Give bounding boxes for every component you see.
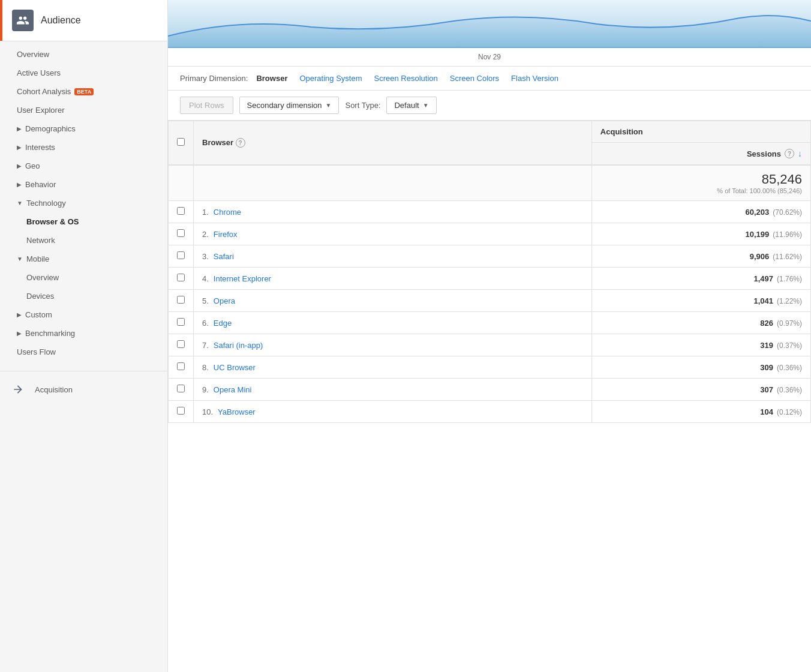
row-browser-cell: 4.Internet Explorer (194, 268, 592, 290)
sidebar-item-demographics[interactable]: ▶ Demographics (0, 119, 167, 138)
sessions-value: 319 (760, 341, 773, 350)
sidebar-nav: Overview Active Users Cohort Analysis BE… (0, 41, 167, 365)
browser-link[interactable]: Chrome (214, 208, 241, 217)
sidebar-header: Audience (0, 0, 167, 41)
row-checkbox[interactable] (177, 385, 185, 392)
beta-badge: BETA (74, 88, 94, 95)
row-checkbox[interactable] (177, 251, 185, 259)
toolbar: Plot Rows Secondary dimension ▼ Sort Typ… (168, 91, 811, 121)
sidebar-item-behavior[interactable]: ▶ Behavior (0, 175, 167, 194)
technology-arrow-icon: ▼ (17, 200, 23, 206)
sort-default-caret-icon: ▼ (423, 102, 429, 109)
sidebar-item-benchmarking[interactable]: ▶ Benchmarking (0, 324, 167, 343)
row-number: 3. (202, 252, 209, 261)
row-checkbox[interactable] (177, 296, 185, 304)
row-browser-cell: 8.UC Browser (194, 356, 592, 379)
benchmarking-arrow-icon: ▶ (17, 330, 22, 337)
browser-link[interactable]: UC Browser (214, 363, 256, 372)
sidebar-item-users-flow-label: Users Flow (17, 347, 56, 356)
row-checkbox-cell (169, 379, 194, 401)
row-checkbox[interactable] (177, 362, 185, 370)
row-sessions-cell: 307(0.36%) (591, 379, 810, 401)
sort-type-label: Sort Type: (345, 101, 380, 110)
sidebar-bottom: Acquisition (0, 371, 167, 401)
row-checkbox-cell (169, 312, 194, 334)
browser-link[interactable]: Edge (214, 319, 232, 328)
table-row: 5.Opera1,041(1.22%) (169, 290, 811, 312)
sort-arrow-icon[interactable]: ↓ (798, 149, 802, 158)
browser-link[interactable]: YaBrowser (218, 407, 256, 416)
secondary-dimension-dropdown[interactable]: Secondary dimension ▼ (239, 97, 340, 114)
sessions-value: 1,041 (753, 296, 773, 305)
row-sessions-cell: 1,497(1.76%) (591, 268, 810, 290)
sessions-pct: (0.36%) (777, 364, 802, 372)
secondary-dimension-caret-icon: ▼ (326, 102, 332, 109)
row-checkbox[interactable] (177, 318, 185, 326)
row-checkbox-cell (169, 245, 194, 268)
sessions-header: Sessions ? ↓ (591, 143, 810, 166)
sidebar-item-interests[interactable]: ▶ Interests (0, 138, 167, 157)
sidebar-item-overview[interactable]: Overview (0, 45, 167, 64)
table-row: 8.UC Browser309(0.36%) (169, 356, 811, 379)
table-row: 9.Opera Mini307(0.36%) (169, 379, 811, 401)
select-all-checkbox[interactable] (177, 138, 185, 146)
row-checkbox[interactable] (177, 207, 185, 215)
browser-link[interactable]: Internet Explorer (214, 274, 271, 283)
sidebar-item-network[interactable]: Network (0, 231, 167, 250)
plot-rows-button[interactable]: Plot Rows (180, 97, 233, 114)
sidebar-item-mobile-devices[interactable]: Devices (0, 287, 167, 305)
sidebar-item-user-explorer[interactable]: User Explorer (0, 101, 167, 119)
sessions-value: 1,497 (753, 274, 773, 283)
row-checkbox[interactable] (177, 407, 185, 415)
sessions-pct: (11.62%) (773, 253, 802, 261)
row-checkbox-cell (169, 268, 194, 290)
sessions-help-icon[interactable]: ? (785, 149, 794, 158)
sessions-pct: (1.22%) (777, 297, 802, 305)
browser-link[interactable]: Opera Mini (214, 385, 252, 394)
sidebar-item-technology[interactable]: ▼ Technology (0, 194, 167, 212)
row-sessions-cell: 1,041(1.22%) (591, 290, 810, 312)
behavior-arrow-icon: ▶ (17, 181, 22, 188)
browser-link[interactable]: Firefox (214, 230, 238, 239)
sessions-value: 9,906 (750, 252, 770, 261)
sidebar-item-interests-label: Interests (25, 143, 55, 152)
browser-help-icon[interactable]: ? (236, 138, 245, 148)
sidebar-item-cohort-analysis[interactable]: Cohort Analysis BETA (0, 82, 167, 101)
sidebar-item-custom-label: Custom (25, 310, 52, 319)
primary-dim-flash-version[interactable]: Flash Version (511, 74, 558, 83)
row-sessions-cell: 60,203(70.62%) (591, 201, 810, 223)
sidebar-item-geo[interactable]: ▶ Geo (0, 157, 167, 175)
row-sessions-cell: 10,199(11.96%) (591, 223, 810, 245)
sidebar-item-browser-os[interactable]: Browser & OS (0, 212, 167, 231)
sidebar-item-demographics-label: Demographics (25, 124, 76, 133)
sessions-value: 60,203 (746, 208, 770, 217)
browser-link[interactable]: Safari (in-app) (214, 341, 263, 350)
browser-link[interactable]: Opera (214, 296, 235, 305)
row-checkbox[interactable] (177, 229, 185, 237)
row-sessions-cell: 9,906(11.62%) (591, 245, 810, 268)
sort-default-dropdown[interactable]: Default ▼ (386, 97, 436, 114)
mobile-arrow-icon: ▼ (17, 256, 23, 262)
sidebar-item-custom[interactable]: ▶ Custom (0, 305, 167, 324)
row-checkbox[interactable] (177, 340, 185, 348)
primary-dim-screen-colors[interactable]: Screen Colors (450, 74, 499, 83)
row-browser-cell: 5.Opera (194, 290, 592, 312)
total-sessions-cell: 85,246 % of Total: 100.00% (85,246) (591, 165, 810, 201)
browser-header: Browser ? (194, 121, 592, 166)
row-number: 4. (202, 274, 209, 283)
browser-col-label: Browser (202, 138, 233, 147)
sidebar-item-active-users[interactable]: Active Users (0, 64, 167, 82)
sidebar-item-acquisition[interactable]: Acquisition (0, 377, 167, 401)
sidebar-item-overview-label: Overview (17, 50, 49, 59)
sidebar-item-mobile[interactable]: ▼ Mobile (0, 250, 167, 268)
sidebar-item-users-flow[interactable]: Users Flow (0, 343, 167, 361)
row-sessions-cell: 309(0.36%) (591, 356, 810, 379)
row-number: 9. (202, 385, 209, 394)
primary-dim-browser[interactable]: Browser (256, 74, 287, 83)
row-checkbox-cell (169, 201, 194, 223)
primary-dim-screen-resolution[interactable]: Screen Resolution (374, 74, 438, 83)
row-checkbox[interactable] (177, 274, 185, 281)
primary-dim-operating-system[interactable]: Operating System (299, 74, 362, 83)
browser-link[interactable]: Safari (214, 252, 234, 261)
sidebar-item-mobile-overview[interactable]: Overview (0, 268, 167, 287)
